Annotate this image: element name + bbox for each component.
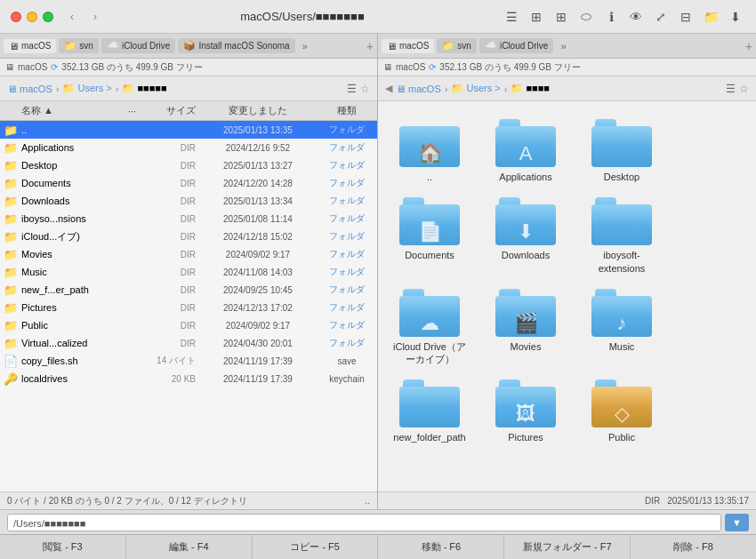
icon-grid-item[interactable]: A Applications bbox=[481, 116, 570, 187]
fn-key-7[interactable]: 新規フォルダー - F7 bbox=[504, 535, 631, 559]
left-path-macos[interactable]: 🖥 macOS bbox=[7, 84, 52, 94]
file-item[interactable]: 📁 Virtual...calized DIR 2024/04/30 20:01… bbox=[0, 334, 377, 352]
icon-grid-item[interactable]: ♪ Music bbox=[577, 285, 666, 370]
icon-label: iCloud Drive（アーカイブ） bbox=[389, 340, 470, 366]
left-tab-install[interactable]: 📦 Install macOS Sonoma bbox=[178, 38, 294, 53]
icon-grid-item[interactable]: new_folder_path bbox=[385, 376, 474, 447]
toggle-icon[interactable]: ⬭ bbox=[576, 7, 596, 27]
fn-key-3[interactable]: 閲覧 - F3 bbox=[0, 535, 126, 559]
file-item[interactable]: 📁 iboyso...nsions DIR 2025/01/08 11:14 フ… bbox=[0, 210, 377, 228]
left-drive-sync: ⟳ bbox=[51, 62, 58, 72]
right-tab-svn-label: svn bbox=[457, 41, 471, 51]
left-path-user[interactable]: 📁 ■■■■■ bbox=[122, 83, 166, 94]
file-size: DIR bbox=[142, 321, 196, 331]
right-tab-macos[interactable]: 🖥 macOS bbox=[382, 39, 434, 53]
icon-grid-item[interactable]: Desktop bbox=[577, 116, 666, 187]
close-button[interactable] bbox=[11, 12, 21, 22]
header-date[interactable]: 変更しました bbox=[196, 104, 320, 117]
file-item[interactable]: 📁 Applications DIR 2024/12/16 9:52 フォルダ bbox=[0, 139, 377, 156]
forward-button[interactable]: › bbox=[87, 9, 103, 25]
fn-key-6[interactable]: 移動 - F6 bbox=[378, 535, 504, 559]
file-date: 2025/01/13 13:27 bbox=[196, 161, 320, 171]
maximize-button[interactable] bbox=[43, 12, 53, 22]
file-item[interactable]: 📁 Movies DIR 2024/09/02 9:17 フォルダ bbox=[0, 245, 377, 263]
file-item[interactable]: 📁 Public DIR 2024/09/02 9:17 フォルダ bbox=[0, 316, 377, 334]
list-view-icon[interactable]: ☰ bbox=[502, 7, 521, 27]
file-item[interactable]: 📁 new_f...er_path DIR 2024/09/25 10:45 フ… bbox=[0, 281, 377, 299]
right-path-menu-icon[interactable]: ☰ bbox=[726, 83, 736, 95]
right-path-star-icon[interactable]: ☆ bbox=[739, 83, 749, 95]
left-tab-plus[interactable]: + bbox=[366, 39, 374, 53]
right-tab-macos-label: macOS bbox=[399, 41, 429, 51]
preview-icon[interactable]: 👁 bbox=[626, 7, 646, 27]
file-name: Virtual...calized bbox=[21, 338, 142, 348]
icon-grid-item[interactable]: 📄 Documents bbox=[385, 194, 474, 278]
fn-key-5[interactable]: コピー - F5 bbox=[253, 535, 379, 559]
right-macos-icon: 🖥 bbox=[387, 41, 397, 52]
left-tab-macos[interactable]: 🖥 macOS bbox=[4, 39, 56, 53]
right-path-sep1: › bbox=[445, 84, 448, 94]
left-path-star-icon[interactable]: ☆ bbox=[360, 83, 370, 95]
file-type: フォルダ bbox=[320, 301, 374, 314]
folder-icon-shape: 📄 bbox=[399, 197, 460, 245]
icon-grid-item[interactable]: ⬇ Downloads bbox=[481, 194, 570, 278]
detail-view-icon[interactable]: ⊞ bbox=[527, 7, 546, 27]
right-tab-more[interactable]: » bbox=[556, 39, 570, 53]
folder-emblem: 🏠 bbox=[418, 142, 442, 165]
header-size[interactable]: サイズ bbox=[142, 104, 196, 117]
file-size: DIR bbox=[142, 250, 196, 260]
file-item[interactable]: 📁 Desktop DIR 2025/01/13 13:27 フォルダ bbox=[0, 156, 377, 174]
icon-grid-item[interactable]: 🖼 Pictures bbox=[481, 376, 570, 447]
right-status-dir: DIR bbox=[645, 496, 660, 506]
right-path-macos[interactable]: 🖥 macOS bbox=[396, 84, 441, 94]
icon-grid-item[interactable]: ☁ iCloud Drive（アーカイブ） bbox=[385, 285, 474, 370]
right-path-bar: ◀ 🖥 macOS › 📁 Users > › 📁 ■■■■ ☰ ☆ bbox=[378, 76, 756, 101]
left-path-menu-icon[interactable]: ☰ bbox=[347, 83, 357, 95]
fn-key-4[interactable]: 編集 - F4 bbox=[126, 535, 253, 559]
left-tab-more[interactable]: » bbox=[298, 39, 312, 53]
file-item[interactable]: 📁 iCloud...イブ) DIR 2024/12/18 15:02 フォルダ bbox=[0, 228, 377, 245]
right-path-go-back[interactable]: ◀ bbox=[385, 83, 392, 94]
icon-grid-item[interactable]: ◇ Public bbox=[577, 376, 666, 447]
path-go-button[interactable]: ▼ bbox=[725, 514, 749, 531]
file-type: フォルダ bbox=[320, 319, 374, 331]
left-tab-icloud[interactable]: ☁️ iCloud Drive bbox=[101, 38, 175, 53]
file-icon: 📁 bbox=[4, 230, 18, 244]
file-item[interactable]: 📄 copy_files.sh 14 バイト 2024/11/19 17:39 … bbox=[0, 352, 377, 370]
file-item[interactable]: 📁 Documents DIR 2024/12/20 14:28 フォルダ bbox=[0, 174, 377, 192]
path-input[interactable]: /Users/■■■■■■■ bbox=[7, 514, 721, 531]
left-tab-svn[interactable]: 📁 svn bbox=[59, 38, 99, 53]
share-icon[interactable]: ⤢ bbox=[651, 7, 671, 27]
split-icon[interactable]: ⊟ bbox=[676, 7, 696, 27]
file-item[interactable]: 📁 Downloads DIR 2025/01/13 13:34 フォルダ bbox=[0, 192, 377, 210]
fn-key-8[interactable]: 削除 - F8 bbox=[631, 535, 756, 559]
right-tab-icloud[interactable]: ☁️ iCloud Drive bbox=[479, 38, 553, 53]
file-item[interactable]: 📁 Music DIR 2024/11/08 14:03 フォルダ bbox=[0, 263, 377, 281]
new-folder-toolbar-icon[interactable]: 📁 bbox=[701, 7, 720, 27]
icon-grid-item[interactable]: 🎬 Movies bbox=[481, 285, 570, 370]
minimize-button[interactable] bbox=[27, 12, 37, 22]
info-icon[interactable]: ℹ bbox=[601, 7, 621, 27]
right-path-sep2: › bbox=[504, 84, 508, 94]
file-item[interactable]: 📁 .. 2025/01/13 13:35 フォルダ bbox=[0, 121, 377, 139]
right-tab-area: 🖥 macOS 📁 svn ☁️ iCloud Drive » + 🖥 macO… bbox=[378, 34, 756, 76]
right-path-users[interactable]: 📁 Users > bbox=[451, 83, 500, 94]
icon-grid-item[interactable]: 🏠 .. bbox=[385, 116, 474, 187]
file-size: 20 KB bbox=[142, 374, 196, 384]
grid-view-icon[interactable]: ⊞ bbox=[551, 7, 571, 27]
left-path-users[interactable]: 📁 Users > bbox=[62, 83, 111, 94]
file-item[interactable]: 🔑 localdrives 20 KB 2024/11/19 17:39 key… bbox=[0, 370, 377, 387]
header-name[interactable]: 名称 ▲ bbox=[4, 104, 128, 117]
file-item[interactable]: 📁 Pictures DIR 2024/12/13 17:02 フォルダ bbox=[0, 299, 377, 316]
file-icon: 📁 bbox=[4, 159, 18, 172]
right-path-user[interactable]: 📁 ■■■■ bbox=[511, 83, 550, 94]
file-date: 2024/09/25 10:45 bbox=[196, 285, 320, 295]
icon-grid-item[interactable]: iboysoft-extensions bbox=[577, 194, 666, 278]
back-button[interactable]: ‹ bbox=[64, 9, 80, 25]
right-tab-plus[interactable]: + bbox=[745, 39, 752, 53]
download-icon[interactable]: ⬇ bbox=[726, 7, 745, 27]
header-type[interactable]: 種類 bbox=[320, 104, 374, 117]
svn-tab-icon: 📁 bbox=[64, 40, 76, 52]
right-tab-svn[interactable]: 📁 svn bbox=[437, 38, 477, 53]
folder-icon-shape bbox=[591, 119, 652, 167]
